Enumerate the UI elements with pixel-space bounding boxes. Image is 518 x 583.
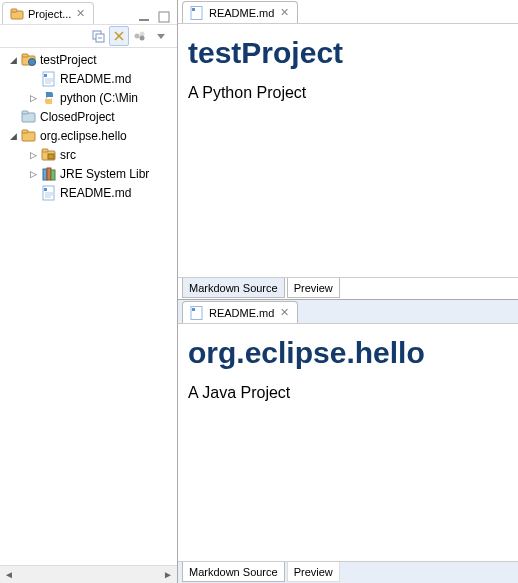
scroll-left-button[interactable]: ◄: [0, 567, 18, 583]
preview-heading: testProject: [188, 36, 508, 70]
project-tree: ◢ testProject ▸ README.md ▷ python (C:\M…: [0, 48, 177, 565]
tree-node-org-eclipse-hello[interactable]: ◢ org.eclipse.hello: [0, 126, 177, 145]
close-icon[interactable]: ✕: [278, 306, 291, 319]
expand-toggle-icon[interactable]: ◢: [8, 131, 18, 141]
project-explorer-view: Project... ✕ ◢ testProject: [0, 0, 178, 583]
preview-paragraph: A Python Project: [188, 84, 508, 102]
md-file-icon: [41, 185, 57, 201]
editor-bottom-tabs: Markdown Source Preview: [178, 277, 518, 299]
svg-rect-24: [42, 149, 48, 152]
collapse-all-button[interactable]: [88, 26, 108, 46]
svg-rect-35: [192, 8, 195, 11]
editor-tab-label: README.md: [209, 7, 274, 19]
tree-label: README.md: [60, 72, 131, 86]
maximize-icon[interactable]: [157, 10, 171, 24]
editor-tabbar: README.md ✕: [178, 0, 518, 24]
tree-label: JRE System Libr: [60, 167, 149, 181]
editor-readme-eclipse: README.md ✕ org.eclipse.hello A Java Pro…: [178, 300, 518, 583]
expand-toggle-icon[interactable]: ▷: [28, 150, 38, 160]
preview-heading: org.eclipse.hello: [188, 336, 508, 370]
svg-rect-26: [43, 169, 47, 180]
editor-readme-testproject: README.md ✕ testProject A Python Project…: [178, 0, 518, 300]
preview-tab[interactable]: Preview: [287, 562, 340, 582]
editor-area: README.md ✕ testProject A Python Project…: [178, 0, 518, 583]
markdown-source-tab[interactable]: Markdown Source: [182, 562, 285, 582]
tree-node-jre-system-library[interactable]: ▷ JRE System Libr: [0, 164, 177, 183]
expand-toggle-icon[interactable]: ◢: [8, 55, 18, 65]
tree-label: README.md: [60, 186, 131, 200]
project-explorer-toolbar: [0, 24, 177, 48]
tree-label: org.eclipse.hello: [40, 129, 127, 143]
tree-node-testproject[interactable]: ◢ testProject: [0, 50, 177, 69]
editor-tab[interactable]: README.md ✕: [182, 1, 298, 23]
close-icon[interactable]: ✕: [74, 7, 87, 20]
svg-rect-11: [22, 54, 28, 57]
link-with-editor-button[interactable]: [109, 26, 129, 46]
tree-label: testProject: [40, 53, 97, 67]
python-icon: [41, 90, 57, 106]
svg-rect-37: [192, 308, 195, 311]
tree-label: ClosedProject: [40, 110, 115, 124]
editor-preview-body: org.eclipse.hello A Java Project: [178, 324, 518, 561]
expand-toggle-icon[interactable]: ▷: [28, 169, 38, 179]
project-explorer-tab[interactable]: Project... ✕: [2, 2, 94, 24]
closed-project-icon: [21, 109, 37, 125]
tree-node-readme-eclipse[interactable]: ▸ README.md: [0, 183, 177, 202]
view-menu-button[interactable]: [151, 26, 171, 46]
svg-rect-1: [11, 9, 17, 12]
project-explorer-tab-label: Project...: [28, 8, 71, 20]
svg-rect-20: [22, 111, 28, 114]
horizontal-scrollbar[interactable]: ◄ ►: [0, 565, 177, 583]
tree-node-python-env[interactable]: ▷ python (C:\Min: [0, 88, 177, 107]
preview-paragraph: A Java Project: [188, 384, 508, 402]
md-file-icon: [41, 71, 57, 87]
svg-rect-2: [139, 19, 149, 21]
package-folder-icon: [41, 147, 57, 163]
expand-toggle-icon[interactable]: ▷: [28, 93, 38, 103]
svg-rect-22: [22, 130, 28, 133]
python-project-icon: [21, 52, 37, 68]
svg-rect-28: [51, 170, 55, 180]
svg-rect-27: [47, 168, 51, 180]
svg-rect-25: [48, 154, 54, 159]
tree-label: src: [60, 148, 76, 162]
svg-point-7: [135, 34, 140, 39]
jre-library-icon: [41, 166, 57, 182]
svg-rect-3: [159, 12, 169, 22]
java-project-icon: [21, 128, 37, 144]
svg-rect-30: [44, 188, 47, 191]
editor-preview-body: testProject A Python Project: [178, 24, 518, 277]
tree-label: python (C:\Min: [60, 91, 138, 105]
close-icon[interactable]: ✕: [278, 6, 291, 19]
editor-bottom-tabs: Markdown Source Preview: [178, 561, 518, 583]
editor-tabbar: README.md ✕: [178, 300, 518, 324]
preview-tab[interactable]: Preview: [287, 278, 340, 298]
tree-node-readme-testproject[interactable]: ▸ README.md: [0, 69, 177, 88]
md-file-icon: [189, 5, 205, 21]
minimize-icon[interactable]: [137, 10, 151, 24]
scroll-right-button[interactable]: ►: [159, 567, 177, 583]
editor-tab[interactable]: README.md ✕: [182, 301, 298, 323]
tree-node-src[interactable]: ▷ src: [0, 145, 177, 164]
filters-button[interactable]: [130, 26, 150, 46]
editor-tab-label: README.md: [209, 307, 274, 319]
markdown-source-tab[interactable]: Markdown Source: [182, 278, 285, 298]
md-file-icon: [189, 305, 205, 321]
folder-nav-icon: [9, 6, 25, 22]
svg-rect-15: [44, 74, 47, 77]
view-tabbar: Project... ✕: [0, 0, 177, 24]
svg-point-9: [140, 36, 145, 41]
tree-node-closedproject[interactable]: ▸ ClosedProject: [0, 107, 177, 126]
